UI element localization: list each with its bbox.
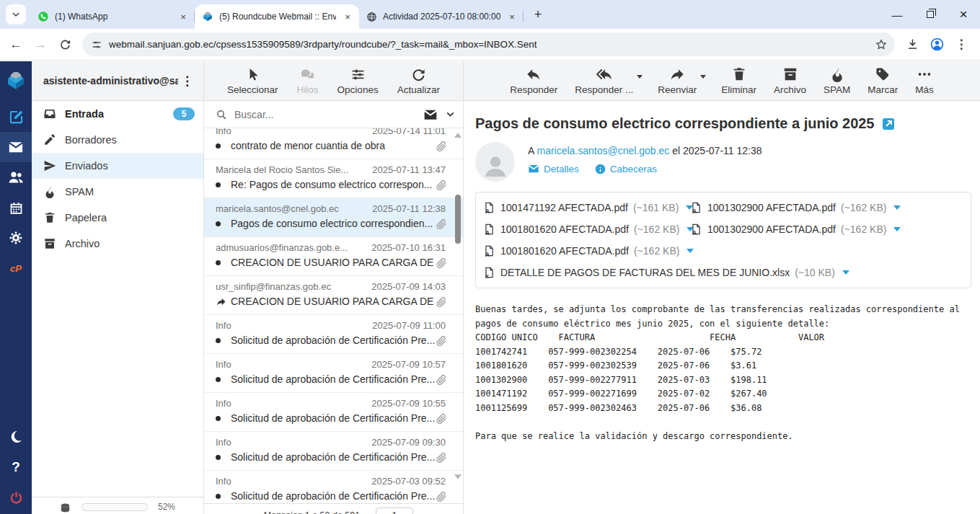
message-row[interactable]: Info 2025-07-14 11:01 contrato de menor … [204,128,463,159]
site-settings-icon[interactable] [91,39,102,50]
search-options-chevron-icon[interactable] [445,109,456,120]
attachment-item[interactable]: A 1001302900 AFECTADA.pdf (~162 KB) [690,218,897,240]
first-page-button[interactable]: « [214,510,229,514]
page-number-input[interactable] [376,508,413,514]
attachment-item[interactable]: A 1001471192 AFECTADA.pdf (~161 KB) [483,197,690,218]
tab-close-icon[interactable]: × [342,11,353,22]
message-row[interactable]: usr_sinfip@finanzas.gob.ec 2025-07-09 14… [204,276,463,315]
message-toolbar-button[interactable]: Reenviar [658,66,697,95]
downloads-button[interactable] [901,33,924,56]
dropdown-caret-icon[interactable] [700,75,706,79]
back-button[interactable]: ← [4,33,27,56]
profile-button[interactable] [925,33,948,56]
attachment-name[interactable]: 1001801620 AFECTADA.pdf [500,223,629,235]
restore-button[interactable] [914,0,947,29]
message-row[interactable]: Info 2025-07-09 11:00 Solicitud de aprob… [204,315,463,354]
toolbar-icon [731,66,747,82]
tab-whatsapp[interactable]: (1) WhatsApp × [30,4,195,29]
message-toolbar-button[interactable]: Archivo [774,66,806,95]
message-toolbar-button[interactable]: Eliminar [721,66,756,95]
folder-item[interactable]: Papelera [32,205,203,231]
help-button[interactable]: ? [0,452,32,482]
attachment-name[interactable]: DETALLE DE PAGOS DE FACTURAS DEL MES DE … [500,267,790,278]
folder-item[interactable]: Enviados [32,153,203,179]
folder-item[interactable]: Entrada 5 [32,101,203,127]
new-tab-button[interactable]: + [528,4,548,25]
recipient-address-link[interactable]: maricela.santos@cnel.gob.ec [537,145,669,156]
address-bar[interactable]: webmail.sanjuan.gob.ec/cpsess1535909589/… [82,32,895,56]
dropdown-caret-icon[interactable] [637,75,643,79]
message-toolbar-button[interactable]: Más [915,66,934,95]
message-toolbar-button[interactable]: Responder ... [575,66,633,95]
message-row[interactable]: Info 2025-07-09 10:57 Solicitud de aprob… [204,354,463,393]
toolbar-icon [917,66,932,82]
message-row[interactable]: admusuarios@finanzas.gob.e... 2025-07-10… [204,237,463,276]
close-button[interactable]: × [947,0,980,29]
tab-title: (1) WhatsApp [55,12,172,22]
toolbar-label: Archivo [774,84,806,95]
reload-button[interactable] [53,33,76,56]
file-ext-label: x [485,273,489,280]
folder-item[interactable]: Archivo [32,231,203,257]
attachment-item[interactable]: A 1001801620 AFECTADA.pdf (~162 KB) [483,240,690,262]
browser-menu-button[interactable]: ⋮ [950,33,973,56]
tab-search-button[interactable] [6,4,26,25]
attachment-name[interactable]: 1001471192 AFECTADA.pdf [500,202,628,213]
nav-cpanel[interactable]: cP [0,253,32,283]
scroll-down-icon[interactable] [454,474,462,479]
url-text[interactable]: webmail.sanjuan.gob.ec/cpsess1535909589/… [109,39,868,50]
bookmark-star-icon[interactable] [875,38,888,51]
contacts-icon [7,169,25,186]
compose-button[interactable] [0,102,32,132]
folder-item[interactable]: Borradores [32,127,203,153]
list-toolbar-button[interactable]: Hilos [297,66,319,95]
next-page-button[interactable]: › [419,510,432,514]
folder-item[interactable]: SPAM [32,179,203,205]
minimize-button[interactable]: — [880,0,914,29]
attachment-item[interactable]: A 1001302900 AFECTADA.pdf (~162 KB) [690,197,897,218]
attachment-item[interactable]: A 1001801620 AFECTADA.pdf (~162 KB) [483,218,690,240]
tab-close-icon[interactable]: × [177,11,189,22]
attachment-item[interactable]: x DETALLE DE PAGOS DE FACTURAS DEL MES D… [483,262,963,283]
search-input[interactable] [234,109,416,120]
attachment-menu-caret-icon[interactable] [842,270,849,275]
details-toggle[interactable]: Detalles [528,163,579,174]
forward-button[interactable]: → [29,33,52,56]
search-scope-mail-icon[interactable] [423,107,438,122]
scroll-up-icon[interactable] [454,133,462,138]
attachment-name[interactable]: 1001302900 AFECTADA.pdf [707,202,836,213]
scrollbar-thumb[interactable] [455,195,461,244]
prev-page-button[interactable]: ‹ [235,510,248,514]
attachment-menu-caret-icon[interactable] [893,205,901,210]
message-toolbar-button[interactable]: SPAM [824,66,850,95]
last-page-button[interactable]: » [438,510,453,514]
attachment-name[interactable]: 1001302900 AFECTADA.pdf [707,223,836,235]
nav-settings[interactable] [0,223,32,253]
message-row[interactable]: maricela.santos@cnel.gob.ec 2025-07-11 1… [204,198,463,237]
message-toolbar-button[interactable]: Responder [510,66,557,95]
message-toolbar-button[interactable]: Marcar [868,66,898,95]
nav-calendar[interactable] [0,192,32,223]
attachment-name[interactable]: 1001801620 AFECTADA.pdf [500,245,629,257]
tab-close-icon[interactable]: × [506,11,518,22]
tab-roundcube[interactable]: (5) Roundcube Webmail :: Envia × [195,4,359,29]
attachment-menu-caret-icon[interactable] [893,227,901,231]
account-menu-icon[interactable]: ⋮ [178,74,196,89]
message-row[interactable]: Maricela del Rocio Santos Sie... 2025-07… [204,159,463,198]
list-toolbar-button[interactable]: Actualizar [397,66,440,95]
unread-dot-icon [216,338,221,343]
nav-contacts[interactable] [0,162,32,192]
logout-button[interactable] [0,482,32,513]
list-toolbar-button[interactable]: Seleccionar [227,66,278,95]
headers-toggle[interactable]: Cabeceras [595,164,657,174]
tab-actividad[interactable]: Actividad 2025-07-10 08:00:00 × [359,4,524,29]
list-toolbar-button[interactable]: Opciones [337,66,379,95]
open-in-new-window-icon[interactable] [882,118,895,130]
message-row[interactable]: Info 2025-07-09 10:55 Solicitud de aprob… [204,393,463,432]
dark-mode-button[interactable] [0,422,32,452]
list-scrollbar[interactable] [454,128,462,514]
message-row[interactable]: Info 2025-07-09 09:30 Solicitud de aprob… [204,432,463,471]
attachment-menu-caret-icon[interactable] [687,249,694,253]
message-flag [216,338,226,343]
nav-mail[interactable] [0,132,32,162]
